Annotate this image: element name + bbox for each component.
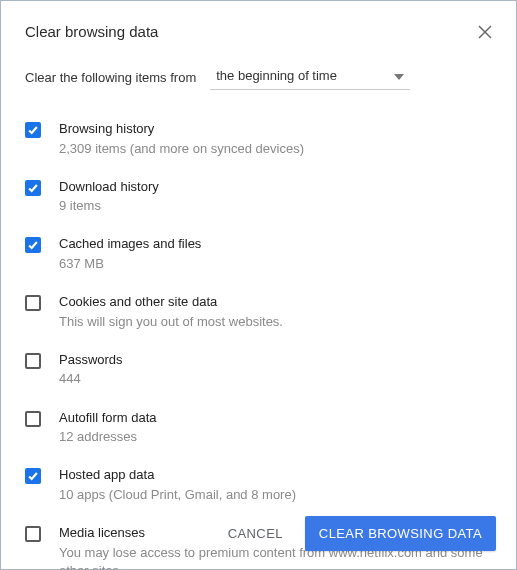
time-range-value: the beginning of time	[216, 68, 337, 83]
checkbox[interactable]	[25, 180, 41, 196]
item-title: Passwords	[59, 351, 492, 369]
item-subtitle: 10 apps (Cloud Print, Gmail, and 8 more)	[59, 486, 492, 504]
dialog-title: Clear browsing data	[25, 23, 158, 40]
item-text: Hosted app data10 apps (Cloud Print, Gma…	[59, 466, 492, 504]
list-item: Browsing history2,309 items (and more on…	[25, 110, 492, 168]
list-item: Download history9 items	[25, 168, 492, 226]
checkbox[interactable]	[25, 526, 41, 542]
checkbox[interactable]	[25, 411, 41, 427]
dialog-header: Clear browsing data	[1, 1, 516, 52]
item-subtitle: 9 items	[59, 197, 492, 215]
checkbox[interactable]	[25, 237, 41, 253]
clear-browsing-data-button[interactable]: CLEAR BROWSING DATA	[305, 516, 496, 551]
item-text: Cookies and other site dataThis will sig…	[59, 293, 492, 331]
checkbox[interactable]	[25, 295, 41, 311]
list-item: Hosted app data10 apps (Cloud Print, Gma…	[25, 456, 492, 514]
item-subtitle: 2,309 items (and more on synced devices)	[59, 140, 492, 158]
dialog-actions: CANCEL CLEAR BROWSING DATA	[220, 516, 496, 551]
list-item: Passwords444	[25, 341, 492, 399]
item-text: Passwords444	[59, 351, 492, 389]
item-title: Cached images and files	[59, 235, 492, 253]
checkbox[interactable]	[25, 468, 41, 484]
checkbox[interactable]	[25, 353, 41, 369]
item-title: Cookies and other site data	[59, 293, 492, 311]
chevron-down-icon	[394, 68, 404, 83]
item-text: Download history9 items	[59, 178, 492, 216]
options-list: Browsing history2,309 items (and more on…	[1, 100, 516, 570]
list-item: Autofill form data12 addresses	[25, 399, 492, 457]
item-title: Hosted app data	[59, 466, 492, 484]
item-subtitle: 637 MB	[59, 255, 492, 273]
item-text: Cached images and files637 MB	[59, 235, 492, 273]
cancel-button[interactable]: CANCEL	[220, 518, 291, 549]
item-subtitle: 12 addresses	[59, 428, 492, 446]
time-range-row: Clear the following items from the begin…	[1, 52, 516, 100]
checkbox[interactable]	[25, 122, 41, 138]
svg-marker-2	[394, 74, 404, 80]
clear-browsing-data-dialog: Clear browsing data Clear the following …	[0, 0, 517, 570]
item-text: Browsing history2,309 items (and more on…	[59, 120, 492, 158]
time-range-label: Clear the following items from	[25, 70, 196, 85]
item-text: Autofill form data12 addresses	[59, 409, 492, 447]
list-item: Cookies and other site dataThis will sig…	[25, 283, 492, 341]
item-title: Download history	[59, 178, 492, 196]
item-subtitle: This will sign you out of most websites.	[59, 313, 492, 331]
item-title: Browsing history	[59, 120, 492, 138]
time-range-select[interactable]: the beginning of time	[210, 64, 410, 90]
close-icon[interactable]	[478, 25, 492, 39]
list-item: Cached images and files637 MB	[25, 225, 492, 283]
item-subtitle: 444	[59, 370, 492, 388]
item-title: Autofill form data	[59, 409, 492, 427]
